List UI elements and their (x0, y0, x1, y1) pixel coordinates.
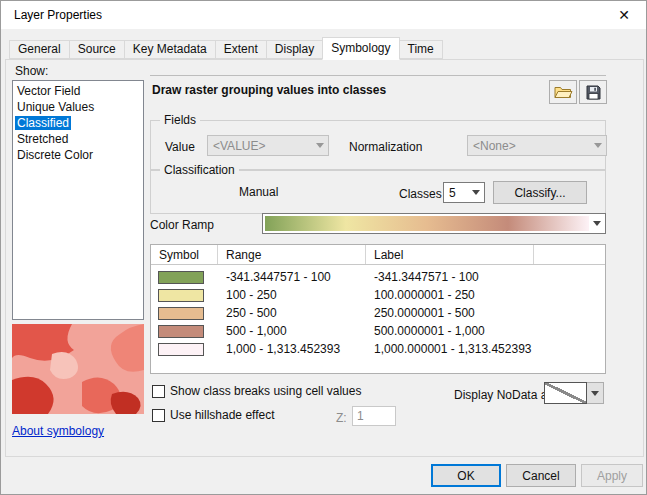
tab-extent[interactable]: Extent (215, 40, 267, 59)
show-label: Show: (15, 64, 48, 78)
about-symbology-link[interactable]: About symbology (12, 424, 104, 438)
show-item-unique-values[interactable]: Unique Values (13, 99, 143, 115)
show-item-vector-field[interactable]: Vector Field (13, 83, 143, 99)
class-label[interactable]: 1,000.000001 - 1,313.452393 (366, 342, 534, 356)
checkbox-box[interactable] (152, 409, 165, 422)
list-item-label: Classified (15, 116, 71, 130)
close-button[interactable]: ✕ (602, 1, 646, 29)
window-title: Layer Properties (1, 8, 102, 22)
tab-key-metadata[interactable]: Key Metadata (124, 40, 216, 59)
fields-group-label: Fields (160, 113, 200, 127)
table-header-symbol[interactable]: Symbol (151, 245, 218, 264)
table-row: -341.3447571 - 100 -341.3447571 - 100 (151, 268, 605, 286)
list-item-label: Vector Field (15, 84, 82, 98)
classification-group: Classification Manual Classes 5 Classify… (150, 170, 606, 214)
table-row: 1,000 - 1,313.452393 1,000.000001 - 1,31… (151, 340, 605, 358)
class-range[interactable]: 100 - 250 (218, 288, 366, 302)
title-bar: Layer Properties ✕ (1, 1, 646, 29)
table-header-row: Symbol Range Label (151, 245, 605, 265)
header-separator (150, 75, 606, 76)
class-symbol-swatch[interactable] (158, 325, 204, 338)
chevron-down-icon (312, 136, 328, 155)
table-row: 500 - 1,000 500.0000001 - 1,000 (151, 322, 605, 340)
normalization-label: Normalization (349, 140, 422, 154)
table-header-label[interactable]: Label (366, 245, 534, 264)
class-range[interactable]: 250 - 500 (218, 306, 366, 320)
class-symbol-swatch[interactable] (158, 271, 204, 284)
checkbox-label: Show class breaks using cell values (170, 384, 361, 398)
use-hillshade-checkbox[interactable]: Use hillshade effect (152, 408, 275, 422)
tab-general[interactable]: General (9, 40, 70, 59)
apply-button: Apply (581, 464, 643, 487)
save-icon (586, 85, 601, 100)
color-ramp-gradient (265, 216, 589, 231)
tab-time[interactable]: Time (399, 40, 443, 59)
symbology-preview-image (12, 324, 144, 414)
display-nodata-label: Display NoData as (454, 388, 553, 402)
classification-group-label: Classification (160, 163, 239, 177)
chevron-down-icon (468, 183, 484, 202)
value-combobox: <VALUE> (207, 135, 329, 156)
show-item-classified[interactable]: Classified (13, 115, 143, 131)
layer-properties-dialog: Layer Properties ✕ General Source Key Me… (0, 0, 647, 495)
table-row: 250 - 500 250.0000001 - 500 (151, 304, 605, 322)
list-item-label: Stretched (15, 132, 70, 146)
class-symbol-swatch[interactable] (158, 343, 204, 356)
show-item-discrete-color[interactable]: Discrete Color (13, 147, 143, 163)
close-icon: ✕ (618, 7, 630, 23)
nodata-swatch (544, 382, 587, 404)
value-combobox-text: <VALUE> (208, 136, 312, 155)
classes-label: Classes (399, 187, 442, 201)
classes-combobox-text: 5 (444, 183, 468, 202)
class-label[interactable]: 500.0000001 - 1,000 (366, 324, 534, 338)
class-symbol-swatch[interactable] (158, 307, 204, 320)
table-header-filler (534, 245, 605, 264)
class-range[interactable]: 500 - 1,000 (218, 324, 366, 338)
class-range[interactable]: 1,000 - 1,313.452393 (218, 342, 366, 356)
chevron-down-icon (590, 136, 606, 155)
show-item-stretched[interactable]: Stretched (13, 131, 143, 147)
ok-button[interactable]: OK (431, 464, 501, 487)
cancel-button[interactable]: Cancel (506, 464, 576, 487)
folder-open-icon (554, 85, 573, 100)
save-symbology-button[interactable] (579, 80, 607, 104)
import-symbology-button[interactable] (549, 80, 577, 104)
table-body: -341.3447571 - 100 -341.3447571 - 100 10… (151, 265, 605, 358)
tab-strip: General Source Key Metadata Extent Displ… (9, 37, 443, 59)
list-item-label: Discrete Color (15, 148, 95, 162)
checkbox-box[interactable] (152, 385, 165, 398)
z-value-input (352, 406, 396, 426)
color-ramp-label: Color Ramp (150, 218, 214, 232)
classification-method: Manual (239, 185, 278, 199)
chevron-down-icon[interactable] (587, 382, 604, 404)
nodata-dropdown[interactable] (544, 382, 604, 404)
class-symbol-swatch[interactable] (158, 289, 204, 302)
list-item-label: Unique Values (15, 100, 96, 114)
symbology-tab-panel: Show: Vector Field Unique Values Classif… (5, 59, 644, 457)
checkbox-label: Use hillshade effect (170, 408, 275, 422)
class-label[interactable]: 250.0000001 - 500 (366, 306, 534, 320)
class-label[interactable]: 100.0000001 - 250 (366, 288, 534, 302)
classes-combobox[interactable]: 5 (443, 182, 485, 203)
table-header-range[interactable]: Range (218, 245, 366, 264)
show-class-breaks-checkbox[interactable]: Show class breaks using cell values (152, 384, 361, 398)
classify-button[interactable]: Classify... (493, 181, 587, 204)
color-ramp-combobox[interactable] (262, 213, 606, 234)
value-label: Value (165, 140, 195, 154)
tab-display[interactable]: Display (266, 40, 323, 59)
tab-symbology[interactable]: Symbology (322, 37, 399, 60)
z-label: Z: (336, 411, 347, 425)
show-listbox: Vector Field Unique Values Classified St… (12, 80, 144, 320)
tab-source[interactable]: Source (69, 40, 125, 59)
class-label[interactable]: -341.3447571 - 100 (366, 270, 534, 284)
chevron-down-icon (589, 214, 605, 233)
normalization-combobox-text: <None> (468, 136, 590, 155)
normalization-combobox: <None> (467, 135, 607, 156)
panel-header: Draw raster grouping values into classes (152, 83, 386, 97)
table-row: 100 - 250 100.0000001 - 250 (151, 286, 605, 304)
class-breaks-table: Symbol Range Label -341.3447571 - 100 -3… (150, 244, 606, 374)
class-range[interactable]: -341.3447571 - 100 (218, 270, 366, 284)
